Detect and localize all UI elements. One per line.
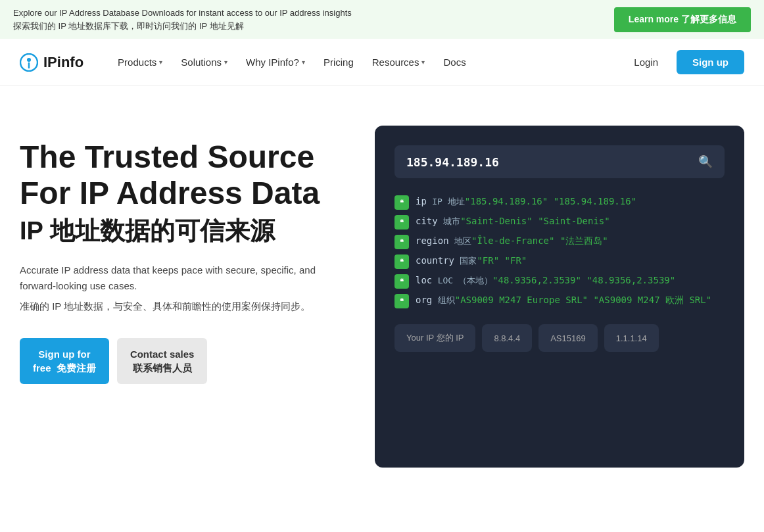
banner-line2: 探索我们的 IP 地址数据库下载，即时访问我们的 IP 地址见解 xyxy=(13,20,601,33)
signup-free-line2: free xyxy=(33,362,51,374)
ip-data-row: ❝ city 城市"Saint-Denis" "Saint-Denis" xyxy=(394,214,725,230)
quote-icon: ❝ xyxy=(394,274,409,289)
ip-row-content: loc LOC （本地）"48.9356,2.3539" "48.9356,2.… xyxy=(416,273,725,289)
ip-pill-button[interactable]: 8.8.4.4 xyxy=(482,324,532,352)
hero-buttons: Sign up for free 免费注册 Contact sales 联系销售… xyxy=(20,338,348,384)
hero-subtitle-cn: 准确的 IP 地址数据，与安全、具体和前瞻性的使用案例保持同步。 xyxy=(20,298,348,315)
contact-cn: 联系销售人员 xyxy=(133,362,192,374)
nav-resources-label: Resources xyxy=(372,57,419,68)
quote-icon: ❝ xyxy=(394,254,409,269)
search-icon[interactable]: 🔍 xyxy=(698,155,713,169)
nav-why[interactable]: Why IPinfo? ▾ xyxy=(238,51,313,73)
ip-row-content: org 组织"AS9009 M247 Europe SRL" "AS9009 M… xyxy=(416,293,725,308)
hero-section: The Trusted Source For IP Address Data I… xyxy=(0,86,764,494)
ip-input-value: 185.94.189.16 xyxy=(406,155,698,169)
nav-docs[interactable]: Docs xyxy=(435,51,473,73)
nav-pricing[interactable]: Pricing xyxy=(316,51,362,73)
nav-resources[interactable]: Resources ▾ xyxy=(364,51,433,73)
hero-subtitle-en: Accurate IP address data that keeps pace… xyxy=(20,262,348,294)
solutions-chevron-icon: ▾ xyxy=(224,59,227,66)
ip-row-content: city 城市"Saint-Denis" "Saint-Denis" xyxy=(416,214,725,230)
hero-left: The Trusted Source For IP Address Data I… xyxy=(20,126,348,384)
hero-title-en: The Trusted Source For IP Address Data xyxy=(20,139,348,211)
nav-links: Products ▾ Solutions ▾ Why IPinfo? ▾ Pri… xyxy=(110,51,626,73)
ip-data-row: ❝ ip IP 地址"185.94.189.16" "185.94.189.16… xyxy=(394,194,725,210)
why-chevron-icon: ▾ xyxy=(302,59,305,66)
signup-free-cn: 免费注册 xyxy=(57,362,96,374)
hero-title-cn: IP 地址数据的可信来源 xyxy=(20,216,348,247)
ip-bottom-pills: Your IP 您的 IP8.8.4.4AS151691.1.1.14 xyxy=(394,324,725,352)
nav-solutions-label: Solutions xyxy=(181,57,222,68)
banner: Explore our IP Address Database Download… xyxy=(0,0,764,39)
ip-data-rows: ❝ ip IP 地址"185.94.189.16" "185.94.189.16… xyxy=(394,194,725,308)
quote-icon: ❝ xyxy=(394,195,409,210)
ip-pill-button[interactable]: 1.1.1.14 xyxy=(604,324,659,352)
banner-line1: Explore our IP Address Database Download… xyxy=(13,7,601,20)
signup-free-line1: Sign up for xyxy=(38,349,90,360)
signup-free-button[interactable]: Sign up for free 免费注册 xyxy=(20,338,109,384)
products-chevron-icon: ▾ xyxy=(159,59,162,66)
quote-icon: ❝ xyxy=(394,215,409,230)
learn-more-button[interactable]: Learn more 了解更多信息 xyxy=(614,7,751,32)
quote-icon: ❝ xyxy=(394,235,409,249)
ip-search-bar[interactable]: 185.94.189.16 🔍 xyxy=(394,145,725,178)
nav-products-label: Products xyxy=(118,57,156,68)
signup-button[interactable]: Sign up xyxy=(677,50,744,74)
ip-row-content: country 国家"FR" "FR" xyxy=(416,253,725,269)
nav-why-label: Why IPinfo? xyxy=(246,57,299,68)
logo-text: IPinfo xyxy=(43,54,84,71)
nav-actions: Login Sign up xyxy=(626,50,744,74)
ip-row-content: ip IP 地址"185.94.189.16" "185.94.189.16" xyxy=(416,194,725,210)
ip-rows-wrapper: ❝ ip IP 地址"185.94.189.16" "185.94.189.16… xyxy=(394,194,725,308)
banner-text: Explore our IP Address Database Download… xyxy=(13,7,601,32)
nav-solutions[interactable]: Solutions ▾ xyxy=(173,51,235,73)
quote-icon: ❝ xyxy=(394,294,409,308)
ip-data-row: ❝ country 国家"FR" "FR" xyxy=(394,253,725,269)
nav-products[interactable]: Products ▾ xyxy=(110,51,170,73)
contact-line1: Contact sales xyxy=(130,349,195,360)
ip-pill-button[interactable]: AS15169 xyxy=(538,324,598,352)
navbar: IPinfo Products ▾ Solutions ▾ Why IPinfo… xyxy=(0,39,764,86)
ip-data-row: ❝ org 组织"AS9009 M247 Europe SRL" "AS9009… xyxy=(394,293,725,308)
ip-data-row: ❝ loc LOC （本地）"48.9356,2.3539" "48.9356,… xyxy=(394,273,725,289)
svg-point-1 xyxy=(27,58,31,62)
logo[interactable]: IPinfo xyxy=(20,53,84,72)
ip-data-row: ❝ region 地区"Île-de-France" "法兰西岛" xyxy=(394,233,725,249)
resources-chevron-icon: ▾ xyxy=(421,59,425,66)
logo-icon xyxy=(20,53,38,72)
ip-demo-card: 185.94.189.16 🔍 ❝ ip IP 地址"185.94.189.16… xyxy=(375,126,744,468)
contact-sales-button[interactable]: Contact sales 联系销售人员 xyxy=(117,338,208,384)
nav-pricing-label: Pricing xyxy=(323,57,354,68)
ip-pill-button[interactable]: Your IP 您的 IP xyxy=(394,324,475,352)
login-button[interactable]: Login xyxy=(626,51,666,73)
ip-row-content: region 地区"Île-de-France" "法兰西岛" xyxy=(416,233,725,249)
nav-docs-label: Docs xyxy=(443,57,466,68)
